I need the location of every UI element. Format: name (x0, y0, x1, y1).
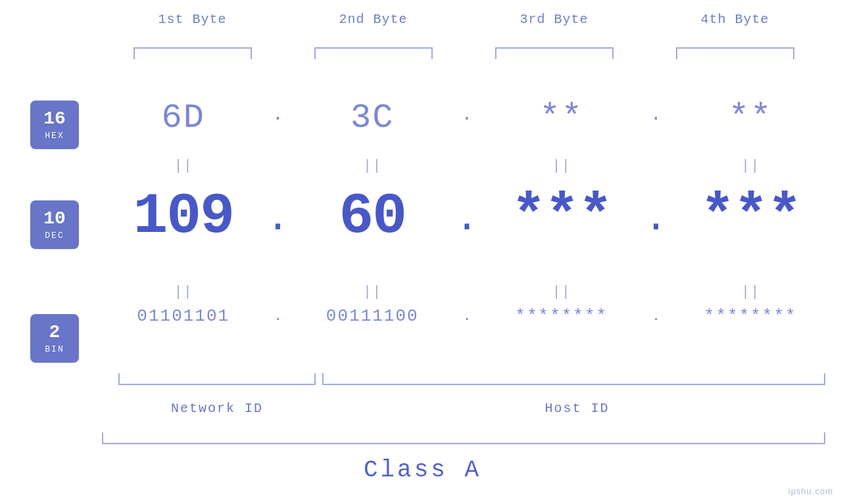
bin-cell-2: 00111100 (291, 306, 454, 326)
bin-dot-2: . (454, 308, 480, 325)
hex-cell-1: 6D (102, 99, 265, 137)
byte-label-3: 3rd Byte (464, 12, 644, 27)
hex-cell-4: ** (669, 99, 833, 137)
badge-bin: 2 BIN (30, 314, 79, 363)
bin-cell-1: 01101101 (102, 306, 265, 326)
eq1-3: || (552, 158, 571, 174)
bin-value-1: 01101101 (137, 306, 229, 326)
class-label: Class A (0, 457, 845, 484)
badge-bin-label: BIN (45, 344, 64, 354)
eq1-cell-1: || (102, 158, 265, 174)
bin-dot-1: . (265, 308, 291, 325)
bracket-line-1 (133, 47, 252, 59)
eq2-2: || (363, 284, 381, 300)
hex-cell-2: 3C (291, 99, 454, 137)
eq2-4: || (741, 284, 760, 300)
dec-row: 109 . 60 . *** . *** (102, 184, 832, 249)
eq1-cell-2: || (291, 158, 454, 174)
dec-cell-1: 109 (102, 184, 265, 249)
dec-value-4: *** (700, 184, 800, 249)
badge-hex: 16 HEX (30, 101, 79, 149)
eq2-3: || (552, 284, 571, 300)
eq2-cell-4: || (669, 284, 833, 300)
hex-cell-3: ** (480, 99, 643, 137)
hex-value-2: 3C (350, 99, 394, 137)
byte-labels: 1st Byte 2nd Byte 3rd Byte 4th Byte (102, 12, 825, 27)
bottom-bracket-row (102, 373, 825, 385)
dec-value-1: 109 (133, 184, 233, 249)
badge-bin-num: 2 (49, 323, 60, 343)
dec-value-3: *** (512, 184, 612, 249)
eq1-4: || (741, 158, 760, 174)
badge-dec-label: DEC (45, 231, 64, 241)
dec-cell-4: *** (669, 184, 833, 249)
id-labels: Network ID Host ID (102, 401, 832, 416)
badge-hex-label: HEX (45, 131, 64, 141)
network-bracket (118, 373, 316, 385)
bin-dot-3: . (643, 308, 669, 325)
byte-label-4: 4th Byte (644, 12, 825, 27)
eq1-1: || (174, 158, 193, 174)
bin-value-4: ******** (704, 306, 797, 326)
host-bracket (322, 373, 825, 385)
dec-cell-2: 60 (291, 184, 454, 249)
dec-value-2: 60 (339, 184, 406, 249)
hex-dot-2: . (454, 104, 480, 125)
eq2-cell-2: || (291, 284, 454, 300)
hex-row: 6D . 3C . ** . ** (102, 99, 832, 137)
bin-row: 01101101 . 00111100 . ******** . *******… (102, 306, 832, 326)
eq2-1: || (174, 284, 193, 300)
eq1-2: || (363, 158, 381, 174)
bin-value-3: ******** (515, 306, 608, 326)
watermark: ipshu.com (788, 486, 833, 496)
hex-value-3: ** (540, 99, 583, 137)
bracket-line-2 (314, 47, 433, 59)
host-id-label: Host ID (322, 401, 832, 416)
bracket-3 (464, 47, 644, 59)
bracket-line-4 (676, 47, 794, 59)
byte-label-1: 1st Byte (102, 12, 283, 27)
network-id-label: Network ID (112, 401, 322, 416)
badge-hex-num: 16 (43, 109, 66, 129)
bin-cell-4: ******** (669, 306, 833, 326)
eq2-cell-3: || (480, 284, 643, 300)
bin-cell-3: ******** (480, 306, 643, 326)
hex-dot-3: . (643, 104, 669, 125)
dec-dot-2: . (454, 196, 480, 249)
badge-dec-num: 10 (43, 209, 66, 229)
badge-dec: 10 DEC (30, 200, 79, 249)
dec-dot-1: . (265, 196, 291, 249)
hex-value-4: ** (729, 99, 772, 137)
byte-label-2: 2nd Byte (283, 12, 464, 27)
eq1-cell-4: || (669, 158, 833, 174)
equals-row-2: || || || || (102, 284, 832, 300)
bracket-2 (283, 47, 464, 59)
top-bracket-row (102, 47, 825, 59)
bracket-4 (644, 47, 825, 59)
eq1-cell-3: || (480, 158, 643, 174)
full-bracket (102, 432, 825, 444)
dec-dot-3: . (643, 196, 669, 249)
hex-dot-1: . (265, 104, 291, 125)
eq2-cell-1: || (102, 284, 265, 300)
bin-value-2: 00111100 (326, 306, 419, 326)
page-wrapper: 1st Byte 2nd Byte 3rd Byte 4th Byte 16 H… (0, 0, 845, 504)
hex-value-1: 6D (162, 99, 205, 137)
equals-row-1: || || || || (102, 158, 832, 174)
dec-cell-3: *** (480, 184, 643, 249)
bracket-line-3 (495, 47, 614, 59)
bracket-1 (102, 47, 283, 59)
